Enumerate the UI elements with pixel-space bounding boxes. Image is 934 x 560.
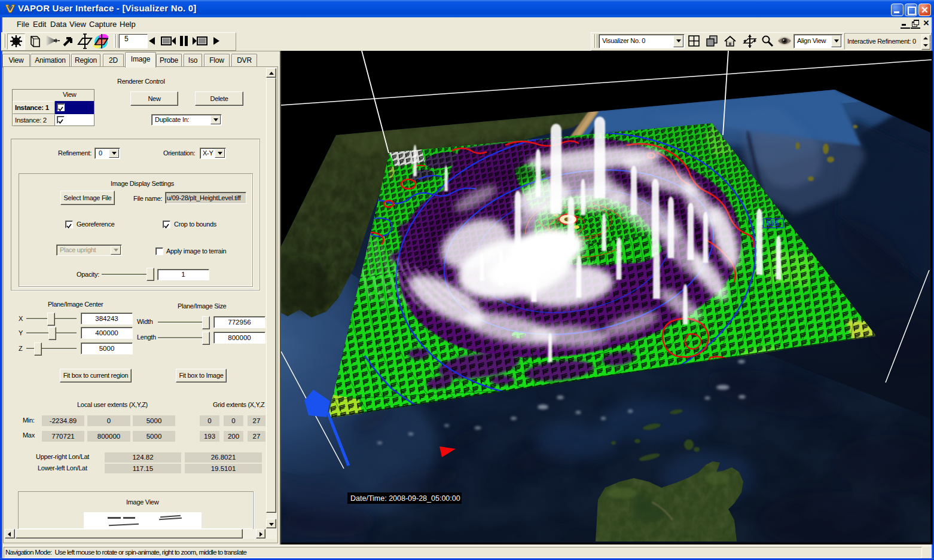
svg-text:555: 555 xyxy=(766,219,779,228)
svg-text:Date/Time: 2008-09-28_05:00:00: Date/Time: 2008-09-28_05:00:00 xyxy=(350,494,460,503)
